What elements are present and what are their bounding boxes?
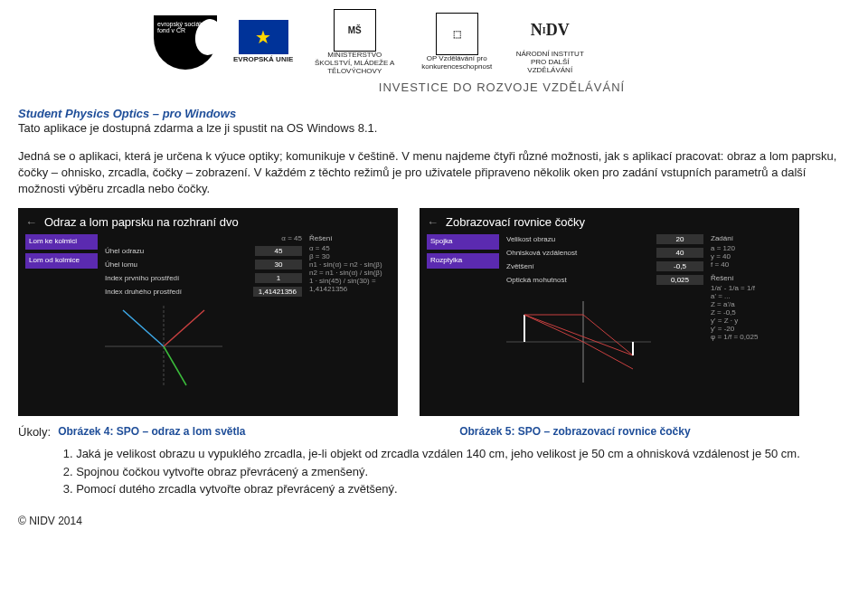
lens-diagram — [506, 292, 651, 392]
shot1-title: Odraz a lom paprsku na rozhraní dvo — [25, 215, 391, 229]
task-item: Pomocí dutého zrcadla vytvořte obraz pře… — [76, 480, 839, 498]
shot2-output-zvetseni: -0,5 — [656, 261, 703, 271]
invest-tagline: INVESTICE DO ROZVOJE VZDĚLÁVÁNÍ — [18, 80, 850, 94]
svg-line-11 — [524, 315, 583, 342]
shot1-alpha-label: α = 45 — [105, 234, 302, 242]
shot2-label-zvetseni: Zvětšení — [506, 262, 534, 270]
shot1-input-uhel-lomu[interactable]: 30 — [255, 260, 302, 270]
intro-text: Tato aplikace je dostupná zdarma a lze j… — [18, 120, 850, 137]
logo-eu: ★ EVROPSKÁ UNIE — [233, 20, 293, 64]
svg-line-9 — [583, 315, 633, 355]
svg-line-2 — [123, 310, 164, 346]
shot2-output-mohutnost: 0,025 — [656, 275, 703, 285]
shot2-reseni-body: 1/a' - 1/a = 1/f a' = ... Z = a'/a Z = -… — [711, 284, 792, 341]
logo-nidv: NIDV NÁRODNÍ INSTITUT PRO DALŠÍ VZDĚLÁVÁ… — [514, 10, 586, 74]
refraction-diagram — [105, 306, 222, 387]
svg-line-4 — [164, 346, 186, 385]
caption-1: Obrázek 4: SPO – odraz a lom světla — [58, 425, 438, 438]
shot1-reseni-body: α = 45 β = 30 n1 · sin(α) = n2 · sin(β) … — [309, 244, 391, 293]
logo-opvk: ⬚ OP Vzdělávání pro konkurenceschopnost — [416, 13, 497, 71]
task-item: Spojnou čočkou vytvořte obraz převrácený… — [76, 463, 839, 481]
shot1-reseni-header: Řešení — [309, 234, 391, 242]
logo-esf: evropský sociální fond v ČR — [154, 15, 217, 70]
shot1-btn-lom-od-kolmice[interactable]: Lom od kolmice — [25, 253, 98, 269]
shot2-label-ohnisko: Ohnisková vzdálenost — [506, 249, 577, 257]
shot2-input-ohnisko[interactable]: 40 — [656, 248, 703, 258]
shot2-label-velikost: Velikost obrazu — [506, 235, 555, 243]
shot1-label-index2: Index druhého prostředí — [105, 288, 182, 296]
footer-copyright: © NIDV 2014 — [18, 515, 850, 527]
shot1-input-index2[interactable]: 1,41421356 — [253, 287, 302, 297]
logo-msmt: MŠ MINISTERSTVO ŠKOLSTVÍ, MLÁDEŽE A TĚLO… — [309, 9, 400, 75]
shot1-label-index1: Index prvního prostředí — [105, 274, 179, 282]
shot2-zadani-body: a = 120 y = 40 f = 40 — [711, 244, 792, 269]
shot1-input-index1[interactable]: 1 — [255, 273, 302, 283]
screenshot-refraction: Odraz a lom paprsku na rozhraní dvo Lom … — [18, 208, 398, 416]
logo-strip: evropský sociální fond v ČR ★ EVROPSKÁ U… — [18, 9, 850, 75]
shot2-zadani-header: Zadání — [711, 234, 792, 242]
shot2-btn-rozptylka[interactable]: Rozptylka — [427, 253, 499, 269]
shot2-btn-spojka[interactable]: Spojka — [427, 234, 499, 250]
shot2-input-velikost[interactable]: 20 — [656, 234, 703, 244]
shot1-input-uhel-odrazu[interactable]: 45 — [255, 246, 302, 256]
description-text: Jedná se o aplikaci, která je určena k v… — [18, 148, 850, 198]
svg-line-10 — [524, 315, 633, 355]
task-list: Jaká je velikost obrazu u vypuklého zrca… — [76, 445, 839, 498]
shot1-label-uhel-lomu: Úhel lomu — [105, 260, 137, 269]
shot2-label-mohutnost: Optická mohutnost — [506, 276, 567, 284]
shot2-title: Zobrazovací rovnice čočky — [427, 215, 792, 229]
caption-2: Obrázek 5: SPO – zobrazovací rovnice čoč… — [459, 425, 839, 438]
svg-line-3 — [164, 310, 204, 346]
shot1-btn-lom-ke-kolmici[interactable]: Lom ke kolmici — [25, 234, 98, 250]
shot1-label-uhel-odrazu: Úhel odrazu — [105, 247, 144, 255]
screenshot-lens: Zobrazovací rovnice čočky Spojka Rozptyl… — [420, 208, 799, 416]
task-item: Jaká je velikost obrazu u vypuklého zrca… — [76, 445, 839, 463]
app-title: Student Physics Optics – pro Windows — [18, 107, 850, 120]
shot2-reseni-header: Řešení — [711, 274, 792, 282]
tasks-label: Úkoly: — [18, 425, 51, 439]
